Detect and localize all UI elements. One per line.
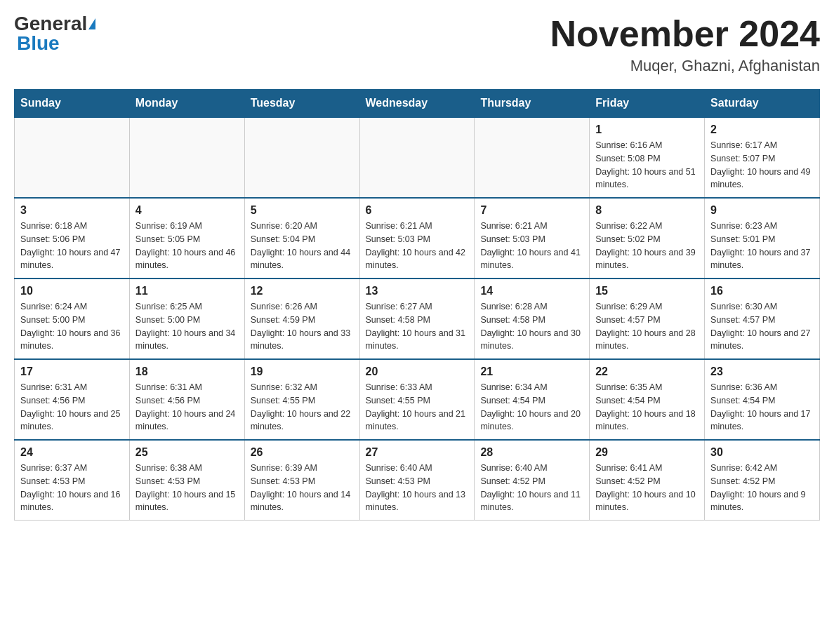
calendar-cell: 16Sunrise: 6:30 AMSunset: 4:57 PMDayligh… xyxy=(705,279,820,359)
calendar-cell: 26Sunrise: 6:39 AMSunset: 4:53 PMDayligh… xyxy=(244,440,359,521)
day-info: Sunrise: 6:17 AMSunset: 5:07 PMDaylight:… xyxy=(710,139,814,192)
day-number: 24 xyxy=(20,446,124,459)
calendar-week-row: 3Sunrise: 6:18 AMSunset: 5:06 PMDaylight… xyxy=(15,198,820,279)
day-info: Sunrise: 6:31 AMSunset: 4:56 PMDaylight:… xyxy=(20,381,124,434)
calendar-cell: 2Sunrise: 6:17 AMSunset: 5:07 PMDaylight… xyxy=(705,117,820,198)
day-info: Sunrise: 6:34 AMSunset: 4:54 PMDaylight:… xyxy=(480,381,583,434)
calendar-header-thursday: Thursday xyxy=(475,90,590,118)
day-number: 18 xyxy=(135,365,239,378)
day-info: Sunrise: 6:21 AMSunset: 5:03 PMDaylight:… xyxy=(480,220,583,272)
calendar-cell: 20Sunrise: 6:33 AMSunset: 4:55 PMDayligh… xyxy=(359,359,475,440)
day-info: Sunrise: 6:37 AMSunset: 4:53 PMDaylight:… xyxy=(20,462,124,514)
day-number: 7 xyxy=(480,204,583,217)
day-number: 23 xyxy=(710,365,814,378)
day-info: Sunrise: 6:40 AMSunset: 4:52 PMDaylight:… xyxy=(480,462,583,514)
day-info: Sunrise: 6:32 AMSunset: 4:55 PMDaylight:… xyxy=(251,381,354,434)
calendar-cell: 4Sunrise: 6:19 AMSunset: 5:05 PMDaylight… xyxy=(129,198,244,279)
day-number: 22 xyxy=(595,365,699,378)
calendar-cell: 28Sunrise: 6:40 AMSunset: 4:52 PMDayligh… xyxy=(475,440,590,521)
day-number: 6 xyxy=(366,204,469,217)
day-number: 8 xyxy=(595,204,699,217)
calendar-cell: 12Sunrise: 6:26 AMSunset: 4:59 PMDayligh… xyxy=(244,279,359,359)
calendar-cell: 21Sunrise: 6:34 AMSunset: 4:54 PMDayligh… xyxy=(475,359,590,440)
day-info: Sunrise: 6:38 AMSunset: 4:53 PMDaylight:… xyxy=(135,462,239,514)
day-info: Sunrise: 6:40 AMSunset: 4:53 PMDaylight:… xyxy=(366,462,469,514)
day-number: 19 xyxy=(251,365,354,378)
month-title: November 2024 xyxy=(550,14,820,54)
day-number: 25 xyxy=(135,446,239,459)
day-info: Sunrise: 6:29 AMSunset: 4:57 PMDaylight:… xyxy=(595,300,699,353)
calendar-cell: 8Sunrise: 6:22 AMSunset: 5:02 PMDaylight… xyxy=(590,198,705,279)
calendar-header-wednesday: Wednesday xyxy=(359,90,475,118)
day-number: 30 xyxy=(710,446,814,459)
day-number: 12 xyxy=(251,285,354,297)
calendar-cell: 23Sunrise: 6:36 AMSunset: 4:54 PMDayligh… xyxy=(705,359,820,440)
day-number: 27 xyxy=(366,446,469,459)
day-number: 5 xyxy=(251,204,354,217)
day-info: Sunrise: 6:41 AMSunset: 4:52 PMDaylight:… xyxy=(595,462,699,514)
calendar-cell: 18Sunrise: 6:31 AMSunset: 4:56 PMDayligh… xyxy=(129,359,244,440)
calendar-cell xyxy=(359,117,475,198)
calendar-cell: 6Sunrise: 6:21 AMSunset: 5:03 PMDaylight… xyxy=(359,198,475,279)
day-info: Sunrise: 6:18 AMSunset: 5:06 PMDaylight:… xyxy=(20,220,124,272)
calendar-header-monday: Monday xyxy=(129,90,244,118)
logo-triangle-icon xyxy=(88,18,95,29)
day-info: Sunrise: 6:31 AMSunset: 4:56 PMDaylight:… xyxy=(135,381,239,434)
calendar-cell: 15Sunrise: 6:29 AMSunset: 4:57 PMDayligh… xyxy=(590,279,705,359)
calendar-header-sunday: Sunday xyxy=(15,90,130,118)
day-number: 21 xyxy=(480,365,583,378)
day-number: 20 xyxy=(366,365,469,378)
day-info: Sunrise: 6:35 AMSunset: 4:54 PMDaylight:… xyxy=(595,381,699,434)
calendar-week-row: 10Sunrise: 6:24 AMSunset: 5:00 PMDayligh… xyxy=(15,279,820,359)
calendar-header-row: SundayMondayTuesdayWednesdayThursdayFrid… xyxy=(15,90,820,118)
calendar-header-saturday: Saturday xyxy=(705,90,820,118)
day-info: Sunrise: 6:30 AMSunset: 4:57 PMDaylight:… xyxy=(710,300,814,353)
calendar-header-tuesday: Tuesday xyxy=(244,90,359,118)
day-number: 13 xyxy=(366,285,469,297)
calendar-cell xyxy=(475,117,590,198)
calendar-cell: 7Sunrise: 6:21 AMSunset: 5:03 PMDaylight… xyxy=(475,198,590,279)
calendar-cell xyxy=(129,117,244,198)
day-number: 16 xyxy=(710,285,814,297)
title-section: November 2024 Muqer, Ghazni, Afghanistan xyxy=(550,14,820,75)
day-number: 28 xyxy=(480,446,583,459)
day-info: Sunrise: 6:19 AMSunset: 5:05 PMDaylight:… xyxy=(135,220,239,272)
calendar-cell: 5Sunrise: 6:20 AMSunset: 5:04 PMDaylight… xyxy=(244,198,359,279)
day-info: Sunrise: 6:23 AMSunset: 5:01 PMDaylight:… xyxy=(710,220,814,272)
logo-blue-text: Blue xyxy=(17,32,60,54)
calendar-cell: 3Sunrise: 6:18 AMSunset: 5:06 PMDaylight… xyxy=(15,198,130,279)
day-info: Sunrise: 6:22 AMSunset: 5:02 PMDaylight:… xyxy=(595,220,699,272)
page-header: General Blue November 2024 Muqer, Ghazni… xyxy=(14,14,820,75)
calendar-cell: 30Sunrise: 6:42 AMSunset: 4:52 PMDayligh… xyxy=(705,440,820,521)
calendar-cell: 25Sunrise: 6:38 AMSunset: 4:53 PMDayligh… xyxy=(129,440,244,521)
calendar-cell: 14Sunrise: 6:28 AMSunset: 4:58 PMDayligh… xyxy=(475,279,590,359)
day-info: Sunrise: 6:16 AMSunset: 5:08 PMDaylight:… xyxy=(595,139,699,192)
day-info: Sunrise: 6:39 AMSunset: 4:53 PMDaylight:… xyxy=(251,462,354,514)
day-info: Sunrise: 6:28 AMSunset: 4:58 PMDaylight:… xyxy=(480,300,583,353)
calendar-week-row: 1Sunrise: 6:16 AMSunset: 5:08 PMDaylight… xyxy=(15,117,820,198)
logo: General Blue xyxy=(14,14,95,53)
calendar-cell: 13Sunrise: 6:27 AMSunset: 4:58 PMDayligh… xyxy=(359,279,475,359)
calendar-cell: 24Sunrise: 6:37 AMSunset: 4:53 PMDayligh… xyxy=(15,440,130,521)
day-number: 11 xyxy=(135,285,239,297)
day-info: Sunrise: 6:27 AMSunset: 4:58 PMDaylight:… xyxy=(366,300,469,353)
day-info: Sunrise: 6:24 AMSunset: 5:00 PMDaylight:… xyxy=(20,300,124,353)
calendar-cell: 11Sunrise: 6:25 AMSunset: 5:00 PMDayligh… xyxy=(129,279,244,359)
calendar-week-row: 17Sunrise: 6:31 AMSunset: 4:56 PMDayligh… xyxy=(15,359,820,440)
calendar-header-friday: Friday xyxy=(590,90,705,118)
day-number: 10 xyxy=(20,285,124,297)
day-info: Sunrise: 6:21 AMSunset: 5:03 PMDaylight:… xyxy=(366,220,469,272)
logo-general-text: General xyxy=(14,14,87,34)
day-number: 1 xyxy=(595,123,699,136)
calendar-table: SundayMondayTuesdayWednesdayThursdayFrid… xyxy=(14,89,820,521)
day-number: 3 xyxy=(20,204,124,217)
day-info: Sunrise: 6:25 AMSunset: 5:00 PMDaylight:… xyxy=(135,300,239,353)
day-number: 17 xyxy=(20,365,124,378)
calendar-cell: 10Sunrise: 6:24 AMSunset: 5:00 PMDayligh… xyxy=(15,279,130,359)
day-number: 15 xyxy=(595,285,699,297)
day-info: Sunrise: 6:33 AMSunset: 4:55 PMDaylight:… xyxy=(366,381,469,434)
day-number: 26 xyxy=(251,446,354,459)
calendar-cell: 27Sunrise: 6:40 AMSunset: 4:53 PMDayligh… xyxy=(359,440,475,521)
day-number: 14 xyxy=(480,285,583,297)
calendar-cell: 22Sunrise: 6:35 AMSunset: 4:54 PMDayligh… xyxy=(590,359,705,440)
